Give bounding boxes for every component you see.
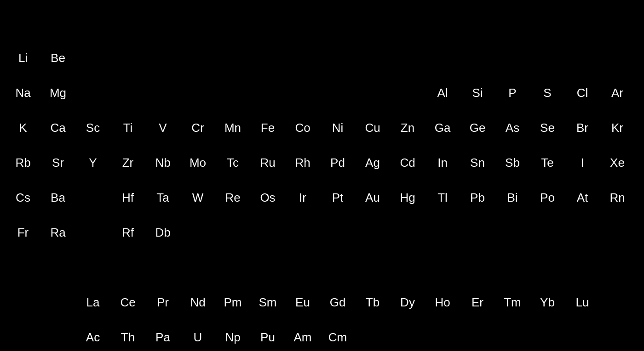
- element-ho[interactable]: Ho: [425, 285, 460, 320]
- element-la[interactable]: La: [75, 285, 110, 320]
- element-cd[interactable]: Cd: [390, 145, 425, 180]
- element-fe[interactable]: Fe: [250, 110, 285, 145]
- element-k[interactable]: K: [6, 110, 40, 145]
- element-th[interactable]: Th: [110, 320, 145, 351]
- element-au[interactable]: Au: [355, 180, 390, 215]
- element-rn[interactable]: Rn: [600, 180, 635, 215]
- element-si[interactable]: Si: [460, 75, 495, 110]
- element-na[interactable]: Na: [6, 75, 40, 110]
- element-cm[interactable]: Cm: [320, 320, 355, 351]
- element-ir[interactable]: Ir: [285, 180, 320, 215]
- element-ce[interactable]: Ce: [110, 285, 145, 320]
- element-xe[interactable]: Xe: [600, 145, 635, 180]
- element-br[interactable]: Br: [565, 110, 600, 145]
- element-ra[interactable]: Ra: [40, 215, 75, 250]
- element-hg[interactable]: Hg: [390, 180, 425, 215]
- element-fr[interactable]: Fr: [6, 215, 40, 250]
- element-at[interactable]: At: [565, 180, 600, 215]
- element-tl[interactable]: Tl: [425, 180, 460, 215]
- element-ga[interactable]: Ga: [425, 110, 460, 145]
- element-li[interactable]: Li: [6, 40, 40, 75]
- element-zr[interactable]: Zr: [110, 145, 145, 180]
- element-cu[interactable]: Cu: [355, 110, 390, 145]
- element-pb[interactable]: Pb: [460, 180, 495, 215]
- element-lu[interactable]: Lu: [565, 285, 600, 320]
- element-po[interactable]: Po: [530, 180, 565, 215]
- element-db[interactable]: Db: [145, 215, 180, 250]
- element-er[interactable]: Er: [460, 285, 495, 320]
- element-cl[interactable]: Cl: [565, 75, 600, 110]
- element-ag[interactable]: Ag: [355, 145, 390, 180]
- element-pt[interactable]: Pt: [320, 180, 355, 215]
- element-os[interactable]: Os: [250, 180, 285, 215]
- element-al[interactable]: Al: [425, 75, 460, 110]
- element-rh[interactable]: Rh: [285, 145, 320, 180]
- element-hf[interactable]: Hf: [110, 180, 145, 215]
- element-cr[interactable]: Cr: [180, 110, 215, 145]
- element-np[interactable]: Np: [215, 320, 250, 351]
- element-i[interactable]: I: [565, 145, 600, 180]
- element-in[interactable]: In: [425, 145, 460, 180]
- element-be[interactable]: Be: [40, 40, 75, 75]
- element-pd[interactable]: Pd: [320, 145, 355, 180]
- element-w[interactable]: W: [180, 180, 215, 215]
- element-tb[interactable]: Tb: [355, 285, 390, 320]
- element-yb[interactable]: Yb: [530, 285, 565, 320]
- element-rb[interactable]: Rb: [6, 145, 40, 180]
- element-te[interactable]: Te: [530, 145, 565, 180]
- element-se[interactable]: Se: [530, 110, 565, 145]
- element-re[interactable]: Re: [215, 180, 250, 215]
- element-pu[interactable]: Pu: [250, 320, 285, 351]
- element-am[interactable]: Am: [285, 320, 320, 351]
- element-p[interactable]: P: [495, 75, 530, 110]
- element-gd[interactable]: Gd: [320, 285, 355, 320]
- element-ba[interactable]: Ba: [40, 180, 75, 215]
- element-sm[interactable]: Sm: [250, 285, 285, 320]
- element-eu[interactable]: Eu: [285, 285, 320, 320]
- element-sn[interactable]: Sn: [460, 145, 495, 180]
- element-pa[interactable]: Pa: [145, 320, 180, 351]
- element-nd[interactable]: Nd: [180, 285, 215, 320]
- element-co[interactable]: Co: [285, 110, 320, 145]
- element-sc[interactable]: Sc: [75, 110, 110, 145]
- element-y[interactable]: Y: [75, 145, 110, 180]
- element-u[interactable]: U: [180, 320, 215, 351]
- element-dy[interactable]: Dy: [390, 285, 425, 320]
- element-ti[interactable]: Ti: [110, 110, 145, 145]
- element-s[interactable]: S: [530, 75, 565, 110]
- element-rf[interactable]: Rf: [110, 215, 145, 250]
- element-ca[interactable]: Ca: [40, 110, 75, 145]
- element-ta[interactable]: Ta: [145, 180, 180, 215]
- element-nb[interactable]: Nb: [145, 145, 180, 180]
- element-sb[interactable]: Sb: [495, 145, 530, 180]
- element-v[interactable]: V: [145, 110, 180, 145]
- element-ni[interactable]: Ni: [320, 110, 355, 145]
- element-ac[interactable]: Ac: [75, 320, 110, 351]
- element-kr[interactable]: Kr: [600, 110, 635, 145]
- element-pm[interactable]: Pm: [215, 285, 250, 320]
- element-cs[interactable]: Cs: [6, 180, 40, 215]
- element-mo[interactable]: Mo: [180, 145, 215, 180]
- element-bi[interactable]: Bi: [495, 180, 530, 215]
- element-zn[interactable]: Zn: [390, 110, 425, 145]
- element-ge[interactable]: Ge: [460, 110, 495, 145]
- element-sr[interactable]: Sr: [40, 145, 75, 180]
- element-ru[interactable]: Ru: [250, 145, 285, 180]
- element-ar[interactable]: Ar: [600, 75, 635, 110]
- element-pr[interactable]: Pr: [145, 285, 180, 320]
- element-mg[interactable]: Mg: [40, 75, 75, 110]
- element-tc[interactable]: Tc: [215, 145, 250, 180]
- element-as[interactable]: As: [495, 110, 530, 145]
- element-tm[interactable]: Tm: [495, 285, 530, 320]
- periodic-table: LiBeNaMgAlSiPSClArKCaScTiVCrMnFeCoNiCuZn…: [0, 0, 644, 351]
- element-mn[interactable]: Mn: [215, 110, 250, 145]
